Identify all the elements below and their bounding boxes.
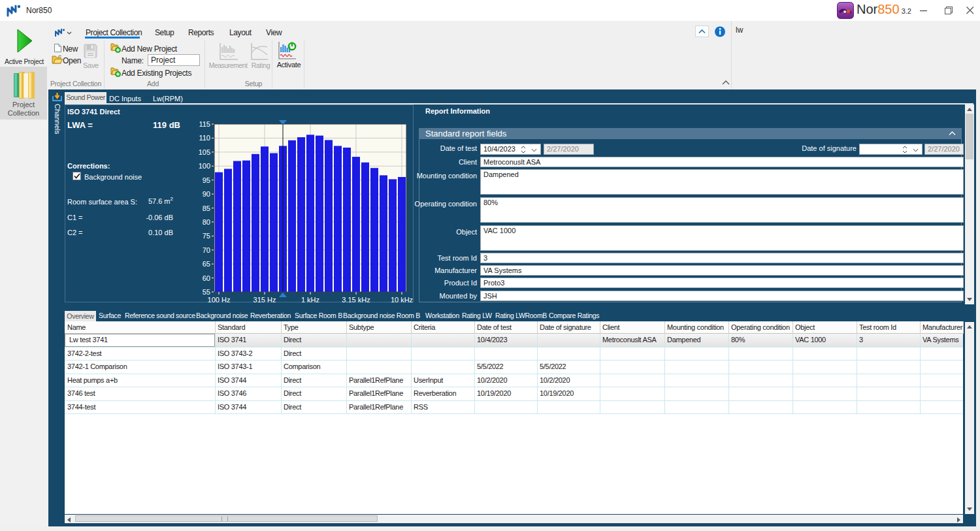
svg-text:315 Hz: 315 Hz bbox=[253, 296, 276, 304]
svg-text:85: 85 bbox=[203, 204, 210, 212]
svg-text:110: 110 bbox=[199, 134, 210, 142]
svg-text:1 kHz: 1 kHz bbox=[301, 296, 319, 304]
svg-text:55: 55 bbox=[203, 288, 210, 296]
svg-text:100 Hz: 100 Hz bbox=[208, 296, 231, 304]
svg-text:65: 65 bbox=[203, 260, 210, 268]
svg-text:100: 100 bbox=[199, 162, 210, 170]
svg-text:75: 75 bbox=[203, 232, 210, 240]
svg-text:80: 80 bbox=[203, 218, 210, 226]
svg-text:105: 105 bbox=[199, 148, 210, 156]
svg-text:60: 60 bbox=[203, 274, 210, 282]
svg-text:90: 90 bbox=[203, 190, 210, 198]
svg-text:70: 70 bbox=[203, 246, 210, 254]
svg-text:95: 95 bbox=[203, 176, 210, 184]
svg-text:115: 115 bbox=[199, 120, 210, 128]
